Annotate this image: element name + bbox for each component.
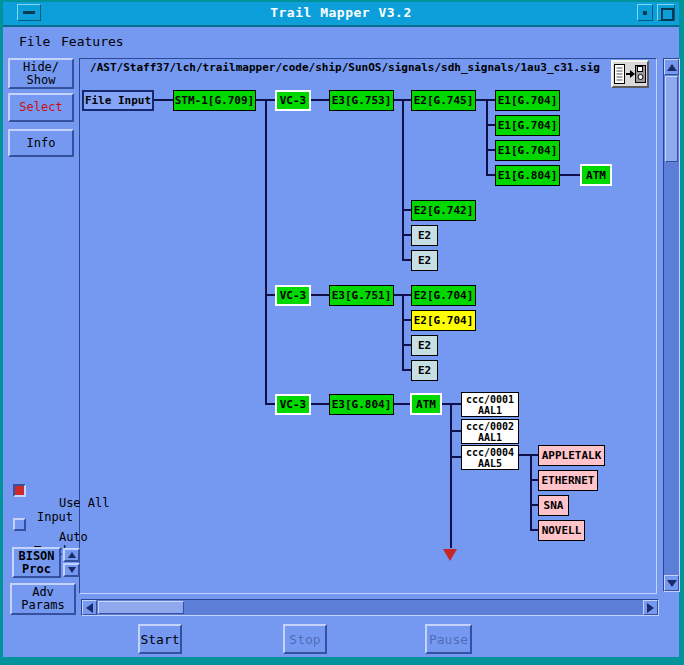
arrow-left-icon	[86, 603, 93, 613]
tree-edge	[530, 454, 532, 529]
tree-node-e2-g742[interactable]: E2[G.742]	[411, 200, 476, 221]
tree-node-atm-2[interactable]: ATM	[410, 393, 442, 415]
tree-node-e2-plain-2[interactable]: E2	[411, 250, 438, 271]
arrow-up-icon	[667, 64, 677, 71]
tree-edge	[519, 454, 538, 456]
bison-proc-button[interactable]: BISON Proc	[12, 547, 61, 578]
tree-edge	[311, 99, 329, 101]
tree-node-atm-1[interactable]: ATM	[580, 164, 612, 186]
tree-node-sna[interactable]: SNA	[538, 495, 569, 516]
tree-edge	[402, 369, 411, 371]
adv-label-line2: Params	[21, 599, 64, 612]
tree-node-file-input[interactable]: File Input	[82, 90, 154, 111]
tree-node-e3-g751[interactable]: E3[G.751]	[329, 285, 394, 306]
use-all-input-checkbox[interactable]	[13, 484, 26, 497]
tree-node-e2-g745[interactable]: E2[G.745]	[411, 90, 476, 111]
tree-node-e1-g704-1[interactable]: E1[G.704]	[495, 90, 560, 111]
tree-node-e1-g704-2[interactable]: E1[G.704]	[495, 115, 560, 136]
auto-track-checkbox[interactable]	[13, 518, 26, 531]
tree-edge	[450, 456, 461, 458]
tree-overflow-arrow	[443, 549, 457, 561]
arrow-down-icon	[667, 580, 677, 587]
tree-node-ccc-0004[interactable]: ccc/0004 AAL5	[461, 445, 519, 470]
scroll-left-button[interactable]	[82, 600, 97, 615]
tree-edge	[402, 234, 411, 236]
tree-edge	[402, 294, 404, 369]
adv-params-button[interactable]: Adv Params	[10, 583, 76, 615]
horizontal-scrollbar[interactable]	[81, 599, 659, 616]
tree-edge	[486, 99, 488, 174]
tree-node-ethernet[interactable]: ETHERNET	[538, 470, 598, 491]
tree-edge	[450, 403, 452, 548]
tree-node-appletalk[interactable]: APPLETALK	[538, 445, 605, 466]
scroll-up-button[interactable]	[664, 59, 679, 75]
arrow-right-icon	[647, 603, 654, 613]
pause-button[interactable]: Pause	[425, 624, 472, 654]
bison-label-line2: Proc	[22, 563, 51, 576]
tree-edge	[530, 479, 538, 481]
tree-edge	[394, 403, 410, 405]
tree-edge	[486, 149, 495, 151]
tree-edge	[265, 99, 267, 403]
vertical-scrollbar[interactable]	[663, 58, 680, 592]
bison-spinner-up-button[interactable]	[63, 548, 80, 562]
tree-node-vc-3-1[interactable]: VC-3	[275, 90, 311, 111]
tree-node-novell[interactable]: NOVELL	[538, 520, 585, 541]
tree-node-e2-plain-4[interactable]: E2	[411, 360, 438, 381]
tree-edge	[265, 294, 275, 296]
tree-edge	[154, 99, 173, 101]
tree-edge	[311, 294, 329, 296]
tree-edge	[486, 124, 495, 126]
vertical-scroll-thumb[interactable]	[665, 76, 678, 162]
tree-node-vc-3-3[interactable]: VC-3	[275, 394, 311, 415]
tree-edge	[402, 344, 411, 346]
app-window: Trail Mapper V3.2 File Features Hide/ Sh…	[0, 0, 684, 665]
spinner-up-icon	[68, 552, 76, 558]
tree-edge	[402, 209, 411, 211]
tree-edge	[486, 174, 495, 176]
tree-node-e3-g804[interactable]: E3[G.804]	[329, 394, 394, 415]
tree-node-e3-g753[interactable]: E3[G.753]	[329, 90, 394, 111]
tree-node-e2-g704-yel[interactable]: E2[G.704]	[411, 310, 476, 331]
bison-spinner-down-button[interactable]	[63, 563, 80, 577]
bison-label-line1: BISON	[18, 550, 54, 563]
tree-node-e2-g704-grn[interactable]: E2[G.704]	[411, 285, 476, 306]
tree-node-ccc-0002[interactable]: ccc/0002 AAL1	[461, 419, 519, 444]
tree-node-e1-g804[interactable]: E1[G.804]	[495, 165, 560, 186]
spinner-down-icon	[68, 567, 76, 573]
tree-edge	[530, 504, 538, 506]
tree-node-stm-1[interactable]: STM-1[G.709]	[173, 90, 256, 111]
tree-edge	[530, 529, 538, 531]
tree-edge	[450, 430, 461, 432]
tree-edge	[402, 259, 411, 261]
tree-node-ccc-0001[interactable]: ccc/0001 AAL1	[461, 392, 519, 417]
start-button[interactable]: Start	[138, 624, 182, 654]
stop-button[interactable]: Stop	[283, 624, 327, 654]
tree-node-e1-g704-3[interactable]: E1[G.704]	[495, 140, 560, 161]
horizontal-scroll-thumb[interactable]	[98, 601, 184, 614]
tree-edge	[402, 319, 411, 321]
tree-edge	[265, 403, 275, 405]
tree-node-vc-3-2[interactable]: VC-3	[275, 285, 311, 306]
signal-tree: File InputSTM-1[G.709]VC-3E3[G.753]E2[G.…	[3, 2, 679, 657]
tree-edge	[311, 403, 329, 405]
scroll-right-button[interactable]	[643, 600, 658, 615]
tree-node-e2-plain-1[interactable]: E2	[411, 225, 438, 246]
tree-node-e2-plain-3[interactable]: E2	[411, 335, 438, 356]
tree-edge	[560, 174, 580, 176]
scroll-down-button[interactable]	[664, 575, 679, 591]
